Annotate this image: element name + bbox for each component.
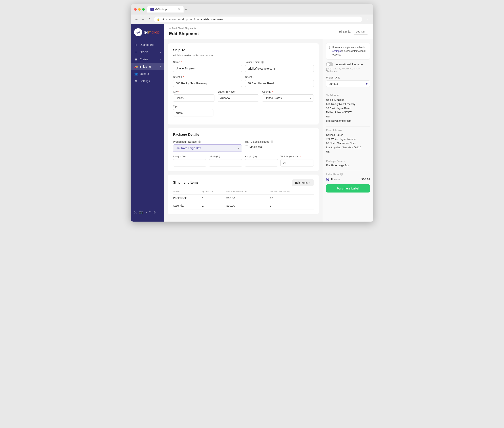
to-address-email: urielle@example.com <box>326 119 370 123</box>
width-label: Width (in) <box>209 155 242 158</box>
info-box: ℹ Please add a phone number in settings … <box>326 42 370 59</box>
logo: gd gomdrop <box>131 28 164 41</box>
purchase-label-button[interactable]: Purchase Label <box>326 184 370 192</box>
street2-input[interactable] <box>245 80 314 87</box>
browser-maximize-button[interactable] <box>142 8 145 11</box>
new-tab-button[interactable]: + <box>184 7 189 13</box>
info-icon: ℹ <box>329 46 330 57</box>
rate-option-row: Priority $20.24 <box>326 178 370 181</box>
street1-group: Street 1 * <box>173 75 242 87</box>
shipment-items-table: NAME QUANTITY DECLARED VALUE WEIGHT (OUN… <box>173 189 314 209</box>
sidebar-item-orders[interactable]: ☰ Orders › <box>131 49 164 56</box>
street2-group: Street 2 <box>245 75 314 87</box>
item-weight: 9 <box>270 202 314 209</box>
url-text: https://www.gomdrop.com/manage/shipment/… <box>161 18 223 21</box>
tab-close-button[interactable]: ✕ <box>178 8 180 11</box>
browser-menu-button[interactable]: ⋮ <box>364 16 370 23</box>
weight-label: Weight (ounces) * <box>280 155 314 158</box>
city-label: City * <box>173 90 214 93</box>
usps-info-icon[interactable]: i <box>271 140 273 143</box>
settings-link[interactable]: settings <box>332 50 341 52</box>
sidebar-label-settings: Settings <box>140 80 150 83</box>
sidebar-item-crates[interactable]: ▣ Crates › <box>131 56 164 63</box>
item-quantity: 1 <box>202 195 226 202</box>
logout-button[interactable]: Log Out <box>353 29 368 34</box>
street1-input[interactable] <box>173 80 242 87</box>
col-weight: WEIGHT (OUNCES) <box>270 189 314 195</box>
crates-icon: ▣ <box>134 58 138 61</box>
item-name: Calendar <box>173 202 202 209</box>
security-icon: 🔒 <box>157 18 160 21</box>
sidebar-item-shipping[interactable]: 🚚 Shipping › <box>131 63 164 70</box>
priority-radio[interactable] <box>326 178 329 181</box>
country-select[interactable]: United States <box>262 94 314 102</box>
media-mail-label: Media Mail <box>250 145 263 148</box>
height-input[interactable] <box>245 159 278 166</box>
rate-price: $20.24 <box>361 178 370 181</box>
item-quantity: 1 <box>202 202 226 209</box>
to-address-title: To Address <box>326 94 370 97</box>
forward-button[interactable]: → <box>141 17 146 22</box>
sidebar-item-settings[interactable]: ⚙ Settings <box>131 77 164 85</box>
name-input[interactable] <box>173 65 242 72</box>
from-address-street2: 88 North Clarendon Court <box>326 141 370 146</box>
predefined-info-icon[interactable]: i <box>198 140 201 143</box>
name-label: Name * <box>173 61 242 64</box>
crates-arrow-icon: › <box>160 58 161 61</box>
state-input[interactable] <box>218 94 259 102</box>
joiner-email-input[interactable] <box>245 65 314 72</box>
height-group: Height (in) <box>245 155 278 166</box>
width-input[interactable] <box>209 159 242 166</box>
sidebar-label-joiners: Joiners <box>140 72 149 75</box>
height-label: Height (in) <box>245 155 278 158</box>
to-address-street2: 38 East Hague Road <box>326 106 370 111</box>
country-group: Country * United States <box>262 90 314 102</box>
rate-label: Priority <box>331 178 360 181</box>
tab-title: GOMdrop <box>155 8 167 11</box>
from-address-name: Carissa Bauer <box>326 133 370 137</box>
package-details-summary-title: Package Details <box>326 160 370 163</box>
predefined-package-select[interactable]: Flat Rate Large Box Flat Rate Medium Box… <box>173 144 242 152</box>
sidebar-label-orders: Orders <box>140 50 148 54</box>
browser-close-button[interactable] <box>134 8 137 11</box>
back-button[interactable]: ← <box>134 17 139 22</box>
edit-items-button[interactable]: Edit Items + <box>292 179 314 186</box>
col-name: NAME <box>173 189 202 195</box>
from-address-street1: 722 White Hague Avenue <box>326 137 370 141</box>
browser-tab[interactable]: gd GOMdrop ✕ <box>147 6 184 13</box>
weight-unit-select[interactable]: ounces pounds grams kilograms <box>326 80 370 87</box>
international-toggle[interactable] <box>326 62 333 66</box>
table-row: Photobook 1 $10.00 13 <box>173 195 314 202</box>
back-to-shipments-link[interactable]: ← Back To All Shipments <box>169 27 199 30</box>
sidebar-item-joiners[interactable]: 👥 Joiners <box>131 70 164 77</box>
tab-favicon: gd <box>151 8 154 11</box>
sidebar-item-dashboard[interactable]: ⊞ Dashboard <box>131 41 164 49</box>
twitter-icon[interactable]: 𝕏 <box>134 210 137 214</box>
name-group: Name * <box>173 61 242 72</box>
package-details-summary: Package Details Flat Rate Large Box <box>326 160 370 167</box>
instagram-icon[interactable]: 📷 <box>139 210 143 214</box>
help-icon[interactable]: ? <box>149 210 151 214</box>
media-mail-checkbox[interactable] <box>245 146 248 148</box>
logo-text: gomdrop <box>144 30 160 34</box>
sidebar-label-dashboard: Dashboard <box>140 43 154 46</box>
edit-items-plus-icon: + <box>309 181 311 184</box>
sidebar-label-crates: Crates <box>140 58 148 61</box>
fly-icon[interactable]: ✈ <box>153 210 156 214</box>
reload-button[interactable]: ↻ <box>148 17 152 22</box>
joiner-email-info-icon[interactable]: i <box>261 61 264 64</box>
from-address-city-state-zip: Los Angeles, New York 56110 <box>326 146 370 150</box>
sidebar: gd gomdrop ⊞ Dashboard ☰ Orders › ▣ <box>131 24 164 222</box>
label-rate-info-icon[interactable]: i <box>340 173 343 176</box>
page-title: Edit Shipment <box>169 31 199 39</box>
city-input[interactable] <box>173 94 214 102</box>
chat-icon[interactable]: ▪ <box>146 210 147 214</box>
zip-input[interactable] <box>173 109 213 116</box>
orders-arrow-icon: › <box>160 51 161 53</box>
col-declared-value: DECLARED VALUE <box>226 189 270 195</box>
city-group: City * <box>173 90 214 102</box>
weight-input[interactable] <box>280 159 314 166</box>
browser-minimize-button[interactable] <box>138 8 141 11</box>
length-input[interactable] <box>173 159 206 166</box>
package-details-title: Package Details <box>173 132 314 137</box>
